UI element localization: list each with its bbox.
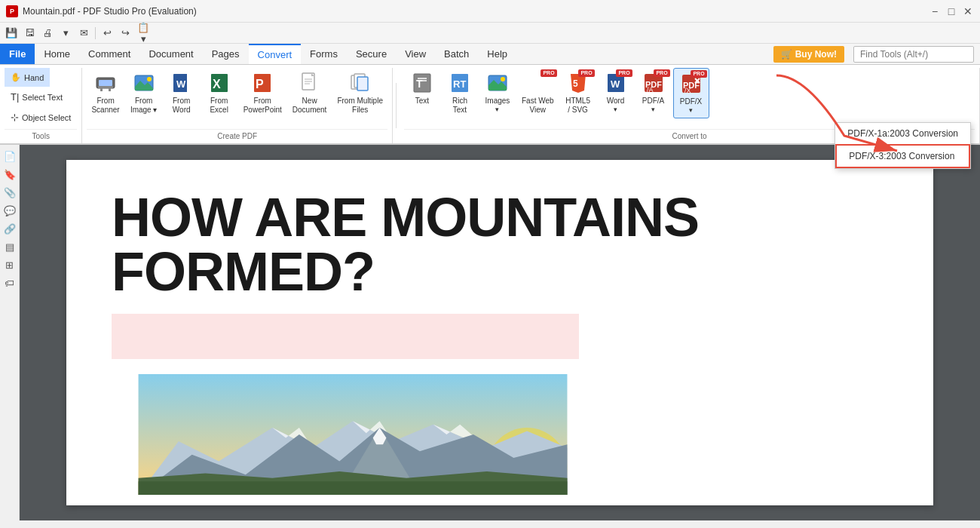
save-as-button[interactable]: 🖫 xyxy=(21,25,38,41)
menu-view[interactable]: View xyxy=(396,44,435,64)
create-pdf-group-label: Create PDF xyxy=(87,129,387,143)
object-select-label: Object Select xyxy=(22,113,71,122)
from-image-label: FromImage ▾ xyxy=(130,97,158,115)
title-bar: P Mountain.pdf - PDF Studio Pro (Evaluat… xyxy=(0,0,980,23)
menu-secure[interactable]: Secure xyxy=(347,44,396,64)
new-document-button[interactable]: NewDocument xyxy=(288,68,332,118)
email-button[interactable]: ✉ xyxy=(75,25,92,41)
left-sidebar: 📄 🔖 📎 💬 🔗 ▤ ⊞ 🏷 xyxy=(0,145,20,520)
pdfx1a-option[interactable]: PDF/X-1a:2003 Conversion xyxy=(835,123,970,144)
menu-help[interactable]: Help xyxy=(478,44,516,64)
tool-search-input[interactable] xyxy=(853,46,974,63)
menu-file[interactable]: File xyxy=(0,44,35,64)
left-bookmark-icon[interactable]: 🔖 xyxy=(2,166,18,183)
content-area: HOW ARE MOUNTAINS FORMED? xyxy=(20,145,980,520)
svg-rect-1 xyxy=(99,80,112,86)
svg-text:P: P xyxy=(256,78,264,91)
hand-label: Hand xyxy=(24,73,44,82)
menu-bar: File Home Comment Document Pages Convert… xyxy=(0,44,980,65)
left-page-icon[interactable]: 📄 xyxy=(2,148,18,164)
pdfx3-option[interactable]: PDF/X-3:2003 Conversion xyxy=(835,144,970,168)
text-label: Text xyxy=(415,97,429,106)
minimize-button[interactable]: − xyxy=(929,5,941,17)
left-link-icon[interactable]: 🔗 xyxy=(2,220,18,237)
close-button[interactable]: ✕ xyxy=(962,5,974,17)
svg-text:T: T xyxy=(416,78,423,90)
menu-batch[interactable]: Batch xyxy=(435,44,478,64)
from-scanner-button[interactable]: FromScanner xyxy=(87,68,124,118)
hand-icon: ✋ xyxy=(11,72,21,82)
from-multiple-files-icon xyxy=(348,71,372,95)
pdf-main-title: HOW ARE MOUNTAINS FORMED? xyxy=(112,190,888,299)
html5-svg-button[interactable]: PRO 5 HTML5/ SVG xyxy=(560,68,596,118)
from-powerpoint-button[interactable]: P FromPowerPoint xyxy=(239,68,286,118)
ribbon-tools-group: ✋ Hand T| Select Text ⊹ Object Select To… xyxy=(0,68,82,143)
svg-text:RT: RT xyxy=(453,78,466,90)
pdfa-button[interactable]: PRO PDF /A PDF/A ▾ xyxy=(635,68,672,117)
redo-button[interactable]: ↪ xyxy=(117,25,133,41)
rich-text-button[interactable]: RT RichText xyxy=(442,68,478,118)
svg-text:/A: /A xyxy=(647,86,654,94)
select-text-button[interactable]: T| Select Text xyxy=(5,87,69,107)
buy-now-button[interactable]: 🛒 Buy Now! xyxy=(773,46,844,63)
pdfa-label: PDF/A xyxy=(642,97,664,106)
hand-tool-button[interactable]: ✋ Hand xyxy=(5,68,50,87)
undo-button[interactable]: ↩ xyxy=(99,25,115,41)
left-comment-icon[interactable]: 💬 xyxy=(2,202,18,219)
from-powerpoint-label: FromPowerPoint xyxy=(243,97,282,115)
pdfx-button[interactable]: PRO PDF /X PDF/X ▾ xyxy=(673,68,709,118)
pdfx-dropdown-menu: PDF/X-1a:2003 Conversion PDF/X-3:2003 Co… xyxy=(835,122,971,169)
left-tag-icon[interactable]: 🏷 xyxy=(2,275,18,291)
object-select-button[interactable]: ⊹ Object Select xyxy=(5,107,77,127)
from-scanner-icon xyxy=(93,71,118,95)
menu-pages[interactable]: Pages xyxy=(203,44,249,64)
images-button[interactable]: Images ▾ xyxy=(479,68,516,117)
from-scanner-label: FromScanner xyxy=(91,97,119,115)
svg-text:X: X xyxy=(213,78,221,91)
left-layers-icon[interactable]: ▤ xyxy=(2,238,18,255)
svg-point-7 xyxy=(147,77,152,81)
menu-forms[interactable]: Forms xyxy=(301,44,347,64)
menu-home[interactable]: Home xyxy=(35,44,79,64)
menu-document[interactable]: Document xyxy=(139,44,202,64)
menu-convert[interactable]: Convert xyxy=(249,44,302,64)
word-convert-button[interactable]: PRO W Word ▾ xyxy=(598,68,634,117)
fast-web-view-label: Fast WebView xyxy=(522,97,554,115)
custom-button[interactable]: 📋▾ xyxy=(135,25,152,41)
print-arrow-button[interactable]: ▾ xyxy=(57,25,74,41)
svg-text:W: W xyxy=(611,78,620,90)
pdfx-label: PDF/X xyxy=(680,97,702,106)
svg-point-33 xyxy=(501,77,505,81)
from-excel-icon: X xyxy=(207,71,231,95)
pro-badge-html5: PRO xyxy=(578,69,594,77)
from-image-button[interactable]: FromImage ▾ xyxy=(126,68,162,118)
save-button[interactable]: 💾 xyxy=(3,25,20,41)
svg-rect-2 xyxy=(98,86,113,88)
new-document-icon xyxy=(298,71,322,95)
svg-rect-4 xyxy=(109,88,111,91)
print-button[interactable]: 🖨 xyxy=(39,25,56,41)
from-excel-button[interactable]: X FromExcel xyxy=(201,68,237,118)
text-convert-button[interactable]: T Text xyxy=(404,68,440,109)
menu-comment[interactable]: Comment xyxy=(79,44,139,64)
main-area: 📄 🔖 📎 💬 🔗 ▤ ⊞ 🏷 HOW ARE MOUNTAINS FORMED… xyxy=(0,145,980,520)
images-label: Images xyxy=(485,97,510,106)
maximize-button[interactable]: □ xyxy=(945,5,957,17)
svg-rect-59 xyxy=(139,481,568,495)
word-convert-label: Word xyxy=(607,97,625,106)
pro-badge-pdfx: PRO xyxy=(691,70,706,78)
pro-badge: PRO xyxy=(541,69,556,77)
pdf-pink-block xyxy=(112,314,579,359)
left-attach-icon[interactable]: 📎 xyxy=(2,184,18,201)
from-powerpoint-icon: P xyxy=(250,71,274,95)
fast-web-view-button[interactable]: PRO www Fast WebView xyxy=(517,68,559,118)
from-excel-label: FromExcel xyxy=(210,97,228,115)
rich-text-icon: RT xyxy=(448,71,472,95)
left-thumbnail-icon[interactable]: ⊞ xyxy=(2,256,18,273)
new-document-label: NewDocument xyxy=(292,97,327,115)
from-word-button[interactable]: W FromWord xyxy=(164,68,200,118)
from-multiple-files-button[interactable]: From MultipleFiles xyxy=(332,68,387,118)
svg-rect-24 xyxy=(357,77,368,91)
svg-text:www: www xyxy=(531,78,549,87)
quick-access-toolbar: 💾 🖫 🖨 ▾ ✉ ↩ ↪ 📋▾ xyxy=(0,23,980,44)
